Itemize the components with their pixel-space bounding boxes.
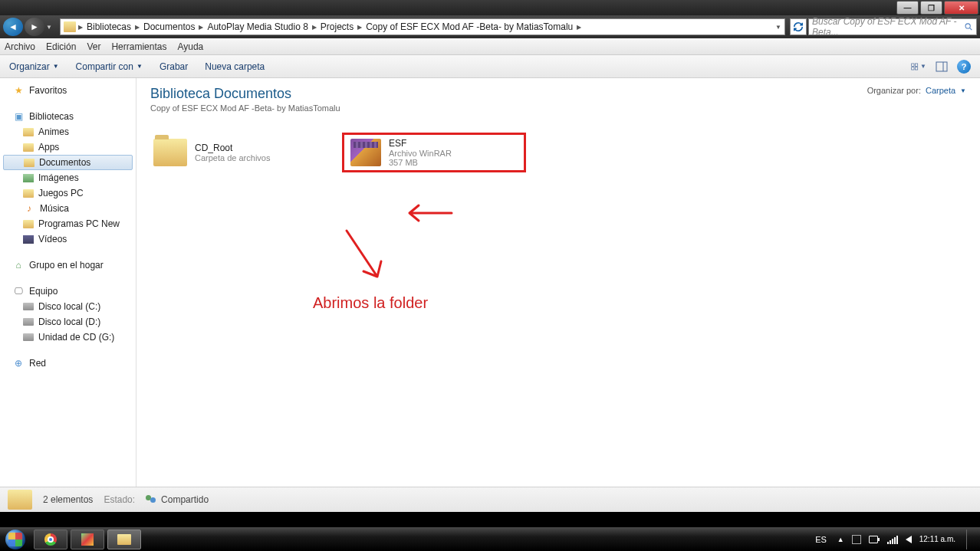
new-folder-button[interactable]: Nueva carpeta [205,61,265,72]
navigation-bar: ◄ ► ▼ ▶ Bibliotecas▶ Documentos▶ AutoPla… [0,15,980,38]
state-value: Compartido [146,494,209,505]
arrange-by[interactable]: Organizar por: Carpeta ▼ [867,86,966,95]
folder-icon [23,189,34,198]
volume-icon[interactable] [906,536,912,543]
menu-ver[interactable]: Ver [87,41,100,52]
status-bar: 2 elementos Estado: Compartido [0,487,980,512]
breadcrumb[interactable]: Copy of ESF ECX Mod AF -Beta- by MatiasT… [364,21,574,32]
chrome-icon [44,533,57,546]
windows-orb-icon [5,530,25,549]
sidebar-item-videos[interactable]: Vídeos [0,231,136,247]
burn-button[interactable]: Grabar [159,61,188,72]
sidebar-libraries[interactable]: ▣Bibliotecas [0,109,136,124]
minimize-button[interactable]: — [896,1,919,15]
taskbar-explorer[interactable] [107,530,141,549]
sidebar-item-musica[interactable]: ♪Música [0,201,136,216]
taskbar: ES ▲ 12:11 a.m. [0,527,980,551]
svg-rect-3 [912,67,914,69]
sidebar-homegroup[interactable]: ⌂Grupo en el hogar [0,257,136,273]
library-title: Biblioteca Documentos [150,86,340,102]
breadcrumb[interactable]: AutoPlay Media Studio 8 [206,21,309,32]
video-icon [23,235,34,244]
menu-edicion[interactable]: Edición [46,41,76,52]
address-dropdown[interactable]: ▼ [775,24,781,31]
back-button[interactable]: ◄ [3,18,23,36]
search-icon [964,21,973,32]
menu-archivo[interactable]: Archivo [5,41,35,52]
folder-icon [24,159,35,167]
folder-icon [23,143,34,152]
file-name: ESF [389,138,452,149]
view-options-button[interactable]: ▼ [911,59,926,74]
taskbar-chrome[interactable] [34,530,67,549]
clock[interactable]: 12:11 a.m. [919,535,955,543]
command-toolbar: Organizar▼ Compartir con▼ Grabar Nueva c… [0,55,980,78]
app-icon [81,533,94,546]
tray-expand[interactable]: ▲ [837,536,844,543]
refresh-button[interactable] [790,18,807,35]
sidebar-computer[interactable]: 🖵Equipo [0,284,136,299]
breadcrumb[interactable]: Projects [319,21,355,32]
sidebar-favorites[interactable]: ★Favoritos [0,83,136,98]
folder-icon [64,21,76,32]
folder-icon [153,139,187,166]
folder-icon [23,220,34,228]
file-item-esf[interactable]: ESF Archivo WinRAR 357 MB [342,133,526,172]
menu-bar: Archivo Edición Ver Herramientas Ayuda [0,38,980,55]
window-titlebar: — ❐ ✕ [0,0,980,15]
history-dropdown[interactable]: ▼ [46,24,55,31]
sidebar-item-programas[interactable]: Programas PC New [0,216,136,231]
sidebar-drive-c[interactable]: Disco local (C:) [0,299,136,314]
sidebar-item-documentos[interactable]: Documentos [3,155,133,170]
annotation-text: Abrimos la folder [313,294,428,312]
sidebar-item-apps[interactable]: Apps [0,139,136,155]
wifi-icon[interactable] [887,535,898,544]
sidebar-item-imagenes[interactable]: Imágenes [0,170,136,185]
share-button[interactable]: Compartir con▼ [76,61,143,72]
sidebar-item-juegos[interactable]: Juegos PC [0,185,136,201]
menu-ayuda[interactable]: Ayuda [177,41,203,52]
menu-herramientas[interactable]: Herramientas [111,41,166,52]
taskbar-app[interactable] [71,530,104,549]
show-desktop-button[interactable] [966,530,974,549]
drive-icon [23,318,34,326]
breadcrumb[interactable]: Documentos [142,21,196,32]
main-area: ★Favoritos ▣Bibliotecas Animes Apps Docu… [0,78,980,487]
language-indicator[interactable]: ES [812,535,830,544]
help-button[interactable]: ? [957,60,971,74]
content-pane: Biblioteca Documentos Copy of ESF ECX Mo… [136,78,980,487]
annotation-arrow-left [402,198,455,228]
homegroup-icon: ⌂ [12,259,25,271]
file-name: CD_Root [195,143,270,153]
svg-rect-1 [912,63,914,65]
drive-icon [23,303,34,310]
shared-icon [146,495,158,504]
svg-rect-2 [915,63,917,65]
winrar-icon [350,139,381,166]
star-icon: ★ [12,84,25,97]
sidebar-network[interactable]: ⊕Red [0,356,136,371]
file-item-cdroot[interactable]: CD_Root Carpeta de archivos [150,133,319,172]
sidebar-item-animes[interactable]: Animes [0,124,136,139]
sidebar-drive-g[interactable]: Unidad de CD (G:) [0,330,136,345]
computer-icon: 🖵 [12,285,25,297]
navigation-pane: ★Favoritos ▣Bibliotecas Animes Apps Docu… [0,78,136,487]
power-icon[interactable] [869,536,880,543]
close-button[interactable]: ✕ [944,1,978,15]
system-tray: ES ▲ 12:11 a.m. [812,530,974,549]
libraries-icon: ▣ [12,110,25,123]
file-type: Archivo WinRAR [389,149,452,158]
file-type: Carpeta de archivos [195,153,270,162]
maximize-button[interactable]: ❐ [920,1,942,15]
organize-button[interactable]: Organizar▼ [9,61,59,72]
preview-pane-button[interactable] [934,59,949,74]
forward-button[interactable]: ► [25,18,44,36]
search-input[interactable]: Buscar Copy of ESF ECX Mod AF -Beta... [808,18,977,35]
file-size: 357 MB [389,158,452,167]
flag-icon[interactable] [852,535,861,544]
breadcrumb[interactable]: Bibliotecas [85,21,133,32]
address-bar[interactable]: ▶ Bibliotecas▶ Documentos▶ AutoPlay Medi… [60,18,785,35]
sidebar-drive-d[interactable]: Disco local (D:) [0,314,136,330]
start-button[interactable] [0,527,31,551]
music-icon: ♪ [23,202,35,215]
